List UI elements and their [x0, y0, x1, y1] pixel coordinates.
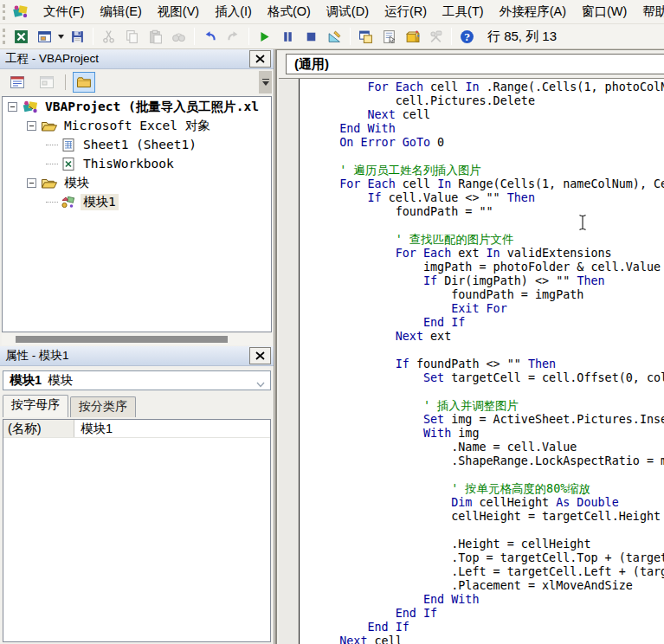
tree-item[interactable]: Sheet1 (Sheet1)	[3, 135, 271, 154]
menu-item[interactable]: 帮助(H)	[635, 0, 664, 23]
code-line[interactable]: foundPath = imgPath	[312, 288, 664, 302]
code-line[interactable]	[312, 219, 664, 233]
code-line[interactable]	[312, 385, 664, 399]
excel-icon[interactable]	[10, 27, 32, 46]
menu-item[interactable]: 窗口(W)	[574, 0, 635, 23]
help-icon[interactable]: ?	[456, 27, 478, 46]
code-line[interactable]: Next cell	[312, 108, 664, 122]
collapse-toggle-icon[interactable]	[8, 102, 17, 112]
project-tree-hscrollbar[interactable]	[2, 333, 272, 345]
scrollbar-thumb[interactable]	[16, 336, 228, 343]
toolbar-separator	[65, 74, 66, 90]
code-line[interactable]: .Top = targetCell.Top + (target	[312, 551, 664, 565]
code-line[interactable]: End With	[312, 122, 664, 136]
tree-item[interactable]: ThisWorkbook	[3, 154, 271, 173]
reset-icon[interactable]	[300, 27, 322, 46]
code-line[interactable]	[312, 524, 664, 538]
code-line[interactable]: If Dir(imgPath) <> "" Then	[312, 274, 664, 288]
properties-tab[interactable]: 按分类序	[70, 396, 136, 417]
menu-bar: 文件(F)编辑(E)视图(V)插入(I)格式(O)调试(D)运行(R)工具(T)…	[0, 0, 664, 24]
code-line[interactable]: ' 插入并调整图片	[312, 399, 664, 413]
object-dropdown[interactable]: (通用)	[286, 54, 664, 74]
code-line[interactable]	[312, 150, 664, 164]
toolbar-grip[interactable]	[3, 29, 5, 44]
toolbar-grip[interactable]	[3, 4, 5, 20]
menu-item[interactable]: 外接程序(A)	[492, 0, 574, 23]
cut-icon	[98, 27, 119, 46]
code-line[interactable]: On Error GoTo 0	[312, 136, 664, 150]
chevron-down-icon[interactable]	[56, 27, 66, 46]
code-line[interactable]: For Each cell In .Range(.Cells(1, photoC…	[312, 80, 664, 94]
code-line[interactable]: Set img = ActiveSheet.Pictures.Inse	[312, 413, 664, 427]
save-icon[interactable]	[67, 27, 88, 46]
svg-text:?: ?	[464, 31, 470, 42]
code-line[interactable]: Set targetCell = cell.Offset(0, col	[312, 371, 664, 385]
code-line[interactable]: End If	[312, 607, 664, 621]
run-icon[interactable]	[254, 27, 275, 46]
code-line[interactable]: .Height = cellHeight	[312, 538, 664, 551]
collapse-toggle-icon[interactable]	[27, 178, 36, 188]
collapse-toggle-icon[interactable]	[27, 121, 36, 131]
code-line[interactable]: Next cell	[312, 634, 664, 644]
code-line[interactable]: End If	[312, 621, 664, 634]
code-line[interactable]: Next ext	[312, 330, 664, 344]
code-line[interactable]: foundPath = ""	[312, 205, 664, 219]
project-explorer-panel: 工程 - VBAProject VBAProject (批量导入员工照片.xlM…	[0, 49, 274, 346]
code-line[interactable]: ' 遍历员工姓名列插入图片	[312, 164, 664, 177]
code-line[interactable]: cell.Pictures.Delete	[312, 94, 664, 108]
break-icon[interactable]	[277, 27, 299, 46]
code-line[interactable]: ' 查找匹配的图片文件	[312, 233, 664, 247]
toggle-folders-icon[interactable]	[73, 72, 95, 93]
close-icon[interactable]	[249, 347, 271, 364]
tree-item[interactable]: Microsoft Excel 对象	[3, 116, 271, 135]
code-line[interactable]: cellHeight = targetCell.Height	[312, 510, 664, 524]
code-line[interactable]: If foundPath <> "" Then	[312, 357, 664, 371]
property-value[interactable]: 模块1	[74, 420, 270, 437]
code-line[interactable]: End With	[312, 593, 664, 607]
menu-item[interactable]: 运行(R)	[377, 0, 435, 23]
code-line[interactable]: .Left = targetCell.Left + (targ	[312, 565, 664, 579]
menu-item[interactable]: 文件(F)	[35, 0, 93, 23]
close-icon[interactable]	[249, 50, 271, 68]
code-line[interactable]: Exit For	[312, 302, 664, 316]
code-line[interactable]: Dim cellHeight As Double	[312, 496, 664, 510]
menu-item[interactable]: 格式(O)	[260, 0, 319, 23]
code-line[interactable]: With img	[312, 427, 664, 441]
code-line[interactable]	[312, 468, 664, 482]
menu-item[interactable]: 调试(D)	[319, 0, 377, 23]
menu-item[interactable]: 插入(I)	[207, 0, 260, 23]
insert-userform-icon[interactable]	[34, 27, 55, 46]
code-line[interactable]: For Each cell In Range(Cells(1, nameColN…	[312, 177, 664, 191]
view-code-icon[interactable]	[6, 72, 29, 93]
code-line[interactable]: .ShapeRange.LockAspectRatio = m	[312, 454, 664, 468]
toolbar-overflow-button[interactable]	[259, 71, 272, 93]
folder-icon	[41, 119, 58, 133]
code-editor[interactable]: For Each cell In .Range(.Cells(1, photoC…	[279, 78, 664, 644]
toolbar-separator	[93, 28, 93, 45]
code-line[interactable]: For Each ext In validExtensions	[312, 247, 664, 261]
menu-item[interactable]: 工具(T)	[435, 0, 492, 23]
code-line[interactable]: imgPath = photoFolder & cell.Value	[312, 261, 664, 274]
object-browser-icon[interactable]	[402, 27, 423, 46]
code-line[interactable]	[312, 344, 664, 357]
properties-tab[interactable]: 按字母序	[3, 395, 68, 417]
code-margin-indicator-bar[interactable]	[279, 79, 300, 644]
menu-item[interactable]: 视图(V)	[150, 0, 207, 23]
code-line[interactable]: .Name = cell.Value	[312, 441, 664, 454]
code-text[interactable]: For Each cell In .Range(.Cells(1, photoC…	[301, 80, 664, 644]
code-line[interactable]: .Placement = xlMoveAndSize	[312, 579, 664, 593]
undo-icon[interactable]	[199, 27, 221, 46]
project-explorer-icon[interactable]	[355, 27, 377, 46]
tree-item[interactable]: 模块1	[3, 192, 271, 211]
tree-item[interactable]: VBAProject (批量导入员工照片.xl	[3, 97, 271, 116]
tree-item[interactable]: 模块	[3, 173, 271, 192]
design-mode-icon[interactable]	[324, 27, 345, 46]
properties-window-icon[interactable]	[378, 27, 400, 46]
view-object-icon[interactable]	[35, 72, 58, 93]
menu-item[interactable]: 编辑(E)	[93, 0, 150, 23]
property-row[interactable]: (名称)模块1	[3, 420, 270, 438]
properties-object-dropdown[interactable]: 模块1 模块	[3, 370, 271, 390]
code-line[interactable]: End If	[312, 316, 664, 330]
code-line[interactable]: If cell.Value <> "" Then	[312, 191, 664, 205]
code-line[interactable]: ' 按单元格高度的80%缩放	[312, 482, 664, 496]
